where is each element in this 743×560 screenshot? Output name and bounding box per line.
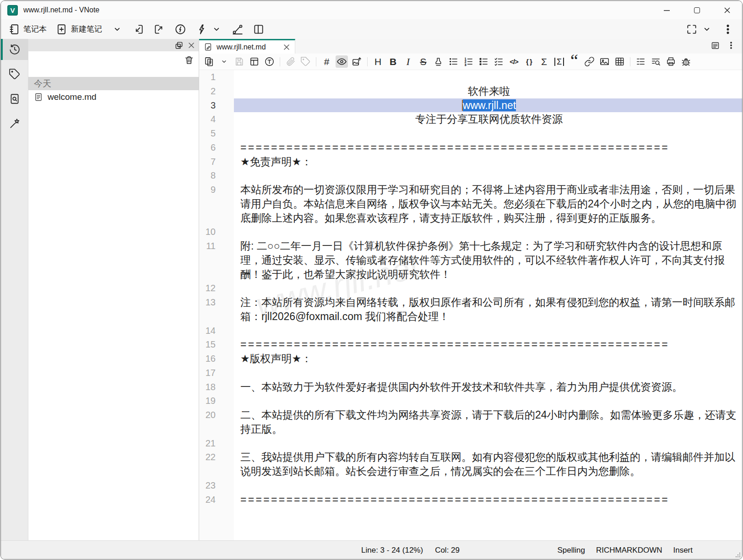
sidebar-item-search[interactable] xyxy=(1,88,28,109)
type-settings-button[interactable] xyxy=(263,55,276,68)
todo-list-button[interactable] xyxy=(493,55,505,68)
code-line[interactable]: 17 xyxy=(199,366,742,380)
italic-button[interactable]: I xyxy=(402,55,414,68)
menu-button[interactable] xyxy=(718,22,738,37)
code-line[interactable]: 5 xyxy=(199,126,742,141)
manage-files-button[interactable] xyxy=(203,55,215,68)
code-line[interactable]: 23 xyxy=(199,478,742,493)
layout-button[interactable] xyxy=(248,55,260,68)
image-button[interactable] xyxy=(598,55,611,68)
new-note-button[interactable]: 新建笔记 xyxy=(52,22,106,37)
task-graph-button[interactable] xyxy=(228,22,247,37)
code-line[interactable]: 7★免责声明★： xyxy=(199,155,742,169)
code-line[interactable]: 24======================================… xyxy=(199,493,742,507)
debug-button[interactable] xyxy=(680,55,692,68)
code-line[interactable]: 12 xyxy=(199,281,742,295)
line-text: ★版权声明★： xyxy=(234,352,742,366)
code-line[interactable]: 19 xyxy=(199,394,742,408)
line-number: 3 xyxy=(199,98,234,113)
save-button[interactable] xyxy=(233,55,245,68)
attachment-button[interactable] xyxy=(284,55,297,68)
print-button[interactable] xyxy=(665,55,677,68)
line-number: 9 xyxy=(199,183,234,225)
float-panel-icon[interactable] xyxy=(174,40,184,50)
sidebar-item-snippets[interactable] xyxy=(1,113,28,134)
unordered-list-button[interactable] xyxy=(447,55,460,68)
panel-toolbar xyxy=(28,51,199,69)
editor-toolbar: # H B I S 123 </> { } Σ Σ “ xyxy=(199,54,742,70)
new-note-dropdown[interactable] xyxy=(108,22,127,37)
find-button[interactable] xyxy=(650,55,662,68)
resize-grip[interactable] xyxy=(735,552,741,558)
export-image-button[interactable] xyxy=(351,55,363,68)
tag-button[interactable] xyxy=(299,55,312,68)
tab-bar: www.rjll.net.md xyxy=(199,39,742,54)
math-block-button[interactable]: Σ xyxy=(553,55,565,68)
spelling-toggle[interactable]: Spelling xyxy=(557,546,585,555)
minimize-button[interactable] xyxy=(651,1,682,19)
manage-files-dropdown[interactable] xyxy=(218,55,230,68)
code-line[interactable]: 20二、本站提供的所有下载文件均为网络共享资源，请于下载后的24小时内删除。如需… xyxy=(199,408,742,436)
dots-vertical-icon xyxy=(722,23,734,35)
export-button[interactable] xyxy=(150,22,169,37)
ordered-list-button[interactable]: 123 xyxy=(462,55,475,68)
code-block-button[interactable]: </> xyxy=(508,55,520,68)
code-line[interactable]: 16★版权声明★： xyxy=(199,352,742,366)
list-item-file[interactable]: welcome.md xyxy=(28,90,199,104)
panel-toggle-button[interactable] xyxy=(249,22,268,37)
close-button[interactable] xyxy=(712,1,742,19)
graph-icon xyxy=(232,23,244,35)
code-line[interactable]: 15======================================… xyxy=(199,337,742,352)
math-button[interactable]: Σ xyxy=(538,55,550,68)
table-button[interactable] xyxy=(613,55,626,68)
editor-menu-icon[interactable] xyxy=(727,41,736,52)
line-number: 19 xyxy=(199,394,234,408)
word-count-button[interactable]: # xyxy=(320,55,333,68)
code-line[interactable]: 9本站所发布的一切资源仅限用于学习和研究目的；不得将上述内容用于商业或者非法用途… xyxy=(199,183,742,225)
preview-button[interactable] xyxy=(336,55,348,68)
bold-button[interactable]: B xyxy=(387,55,399,68)
outline-panel-icon[interactable] xyxy=(710,41,720,52)
sidebar-item-tags[interactable] xyxy=(1,64,28,85)
import-button[interactable] xyxy=(129,22,148,37)
editor-content[interactable]: 1 2软件来啦3www.rjll.net4专注于分享互联网优质软件资源5 6==… xyxy=(199,70,742,540)
code-line[interactable]: 8 xyxy=(199,169,742,183)
document-edit-icon xyxy=(204,43,212,51)
highlight-button[interactable] xyxy=(432,55,445,68)
expand-view-button[interactable] xyxy=(682,22,716,37)
code-line[interactable]: 3www.rjll.net xyxy=(199,98,742,113)
trash-icon[interactable] xyxy=(184,55,194,65)
code-line[interactable]: 1 xyxy=(199,70,742,84)
title-bar: V www.rjll.net.md - VNote xyxy=(1,1,742,19)
maximize-button[interactable] xyxy=(682,1,712,19)
panel-close-icon[interactable] xyxy=(188,42,195,49)
tab-close-icon[interactable] xyxy=(283,43,290,51)
code-line[interactable]: 22三、我站提供用户下载的所有内容均转自互联网。如有内容侵犯您的版权或其他利益的… xyxy=(199,450,742,478)
code-line[interactable]: 4专注于分享互联网优质软件资源 xyxy=(199,112,742,126)
new-note-label: 新建笔记 xyxy=(71,24,102,34)
tab-active[interactable]: www.rjll.net.md xyxy=(199,39,295,54)
definition-list-button[interactable] xyxy=(477,55,490,68)
code-line[interactable]: 21 xyxy=(199,436,742,451)
inline-code-button[interactable]: { } xyxy=(523,55,535,68)
link-button[interactable] xyxy=(583,55,596,68)
heading-button[interactable]: H xyxy=(372,55,384,68)
editor-mode-indicator[interactable]: RICHMARKDOWN xyxy=(596,546,662,555)
strikethrough-button[interactable]: S xyxy=(417,55,429,68)
code-line[interactable]: 14 xyxy=(199,324,742,338)
code-line[interactable]: 13注：本站所有资源均来自网络转载，版权归原作者和公司所有，如果有侵犯到您的权益… xyxy=(199,295,742,324)
line-number: 11 xyxy=(199,239,234,281)
outline-button[interactable] xyxy=(635,55,647,68)
quick-access-button[interactable] xyxy=(192,22,226,37)
code-line[interactable]: 18一、本站致力于为软件爱好者提供国内外软件开发技术和软件共享，着力为用户提供优… xyxy=(199,380,742,394)
code-line[interactable]: 6=======================================… xyxy=(199,141,742,155)
notebook-button[interactable]: 笔记本 xyxy=(5,22,50,37)
quote-button[interactable]: “ xyxy=(568,55,580,68)
code-line[interactable]: 10 xyxy=(199,225,742,239)
flash-page-button[interactable] xyxy=(171,22,190,37)
line-text xyxy=(234,478,742,493)
svg-text:3: 3 xyxy=(465,63,466,66)
code-line[interactable]: 2软件来啦 xyxy=(199,84,742,98)
sidebar-item-history[interactable] xyxy=(1,39,28,60)
code-line[interactable]: 11附: 二○○二年一月一日《计算机软件保护条例》第十七条规定：为了学习和研究软… xyxy=(199,239,742,281)
